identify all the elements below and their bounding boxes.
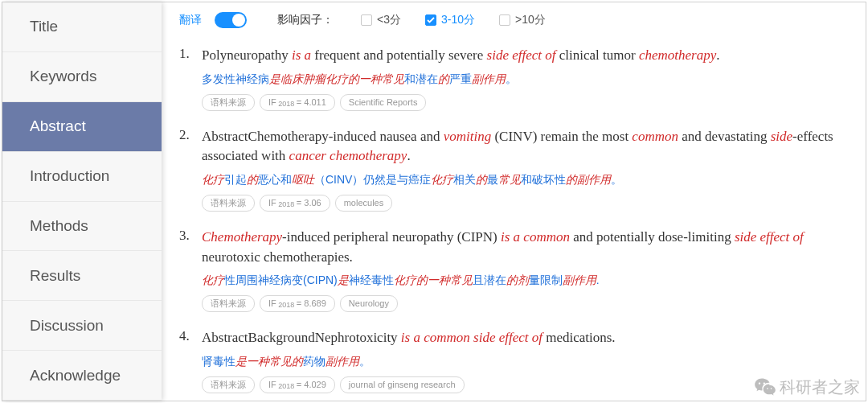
result-tags: 语料来源IF 2018 = 8.689Neurology xyxy=(202,295,848,312)
filter-bar: 翻译 影响因子： <3分3-10分>10分 xyxy=(179,12,848,28)
result-chinese: 化疗引起的恶心和呕吐（CINV）仍然是与癌症化疗相关的最常见和破坏性的副作用。 xyxy=(202,171,848,188)
filter-option-label: >10分 xyxy=(515,13,546,27)
tag-impact-factor[interactable]: IF 2018 = 4.029 xyxy=(260,376,335,393)
tag-journal[interactable]: Scientific Reports xyxy=(340,94,427,111)
impact-factor-label: 影响因子： xyxy=(277,13,334,27)
result-english: Polyneuropathy is a frequent and potenti… xyxy=(202,46,848,66)
sidebar-item-results[interactable]: Results xyxy=(2,251,162,301)
tag-impact-factor[interactable]: IF 2018 = 8.689 xyxy=(260,295,335,312)
app-frame: TitleKeywordsAbstractIntroductionMethods… xyxy=(2,2,866,401)
filter-option-2[interactable]: >10分 xyxy=(499,13,546,27)
main-panel: 翻译 影响因子： <3分3-10分>10分 Polyneuropathy is … xyxy=(162,2,866,401)
sidebar-item-acknowledge[interactable]: Acknowledge xyxy=(2,351,162,401)
result-item: AbstractBackgroundNephrotoxicity is a co… xyxy=(179,328,848,393)
sidebar-item-abstract[interactable]: Abstract xyxy=(2,102,162,152)
filter-option-1[interactable]: 3-10分 xyxy=(425,13,475,27)
result-item: Chemotherapy-induced peripheral neuropat… xyxy=(179,228,848,312)
sidebar-item-introduction[interactable]: Introduction xyxy=(2,152,162,202)
result-item: AbstractChemotherapy-induced nausea and … xyxy=(179,127,848,212)
sidebar-item-keywords[interactable]: Keywords xyxy=(2,52,162,102)
sidebar-item-discussion[interactable]: Discussion xyxy=(2,301,162,351)
result-item: Polyneuropathy is a frequent and potenti… xyxy=(179,46,848,111)
sidebar-item-methods[interactable]: Methods xyxy=(2,202,162,252)
tag-journal[interactable]: Neurology xyxy=(340,295,398,312)
tag-journal[interactable]: molecules xyxy=(335,195,393,212)
watermark: 科研者之家 xyxy=(754,376,860,398)
tag-journal[interactable]: journal of ginseng research xyxy=(340,376,465,393)
result-english: AbstractBackgroundNephrotoxicity is a co… xyxy=(202,328,848,348)
result-chinese: 化疗性周围神经病变(CIPN)是神经毒性化疗的一种常见且潜在的剂量限制副作用. xyxy=(202,272,848,289)
translate-toggle[interactable] xyxy=(215,12,247,28)
checkbox-icon xyxy=(361,14,372,26)
result-english: Chemotherapy-induced peripheral neuropat… xyxy=(202,228,848,267)
tag-source[interactable]: 语料来源 xyxy=(202,195,255,212)
wechat-icon xyxy=(754,376,776,398)
tag-impact-factor[interactable]: IF 2018 = 4.011 xyxy=(260,94,335,111)
filter-option-0[interactable]: <3分 xyxy=(361,13,401,27)
results-list: Polyneuropathy is a frequent and potenti… xyxy=(179,46,848,393)
tag-source[interactable]: 语料来源 xyxy=(202,295,255,312)
filter-option-label: 3-10分 xyxy=(441,13,475,27)
tag-source[interactable]: 语料来源 xyxy=(202,94,255,111)
result-tags: 语料来源IF 2018 = 3.06molecules xyxy=(202,195,848,212)
result-tags: 语料来源IF 2018 = 4.011Scientific Reports xyxy=(202,94,848,111)
sidebar-item-title[interactable]: Title xyxy=(2,2,162,52)
result-tags: 语料来源IF 2018 = 4.029journal of ginseng re… xyxy=(202,376,848,393)
checkbox-icon xyxy=(499,14,510,26)
watermark-text: 科研者之家 xyxy=(780,376,860,398)
tag-source[interactable]: 语料来源 xyxy=(202,376,255,393)
translate-label: 翻译 xyxy=(179,13,202,27)
tag-impact-factor[interactable]: IF 2018 = 3.06 xyxy=(260,195,330,212)
result-chinese: 肾毒性是一种常见的药物副作用。 xyxy=(202,353,848,370)
result-english: AbstractChemotherapy-induced nausea and … xyxy=(202,127,848,167)
checkbox-icon xyxy=(425,14,436,26)
result-chinese: 多发性神经病是临床肿瘤化疗的一种常见和潜在的严重副作用。 xyxy=(202,71,848,88)
filter-option-label: <3分 xyxy=(377,13,401,27)
sidebar: TitleKeywordsAbstractIntroductionMethods… xyxy=(2,2,162,401)
